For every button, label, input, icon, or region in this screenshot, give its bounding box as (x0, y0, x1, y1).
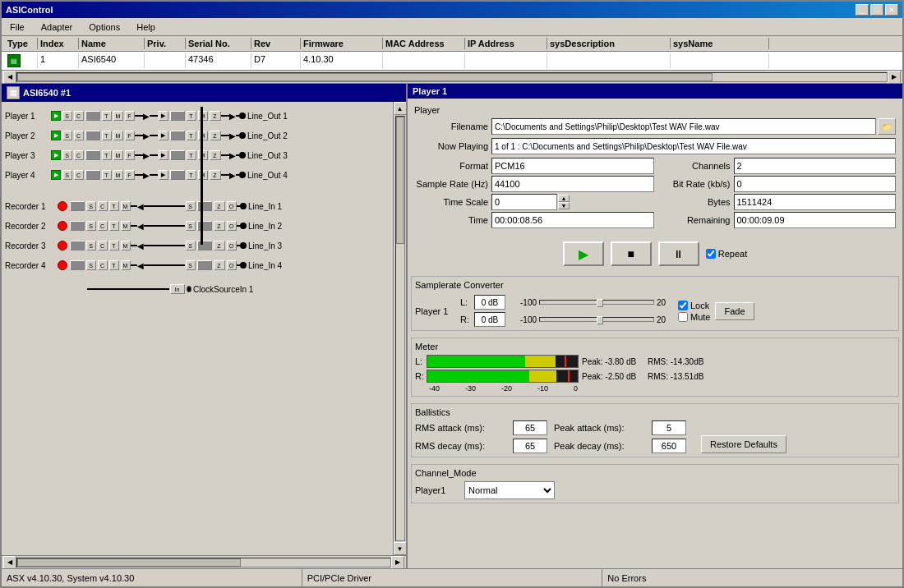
p3-b[interactable]: C (74, 150, 84, 160)
left-vscroll-down[interactable]: ▼ (394, 542, 407, 555)
rec3-h[interactable]: Z (214, 241, 225, 250)
rec4-b[interactable]: S (86, 260, 96, 270)
p2-i[interactable]: T (187, 131, 196, 140)
player-1-btn-h[interactable] (170, 111, 185, 121)
player-1-btn-e[interactable]: M (113, 111, 123, 121)
rec2-a[interactable] (70, 221, 85, 231)
rec3-f[interactable]: S (186, 241, 196, 250)
left-vscroll-thumb[interactable] (396, 117, 404, 244)
rec1-b[interactable]: S (86, 201, 96, 211)
player-1-btn-b[interactable]: C (74, 111, 84, 121)
rec3-d[interactable]: T (109, 241, 119, 250)
p3-d[interactable]: T (102, 150, 112, 160)
p4-play[interactable]: ▶ (51, 170, 61, 180)
p2-k[interactable]: Z (210, 131, 221, 140)
rec3-c[interactable]: C (98, 241, 108, 250)
rec4-g[interactable] (197, 260, 212, 270)
p2-c[interactable] (85, 131, 100, 140)
play-button[interactable]: ▶ (563, 241, 604, 266)
menu-adapter[interactable]: Adapter (36, 21, 78, 34)
time-scale-up[interactable]: ▲ (558, 195, 570, 202)
browse-button[interactable]: 📁 (878, 118, 896, 135)
rec1-h[interactable]: Z (214, 201, 225, 211)
p4-c[interactable] (85, 170, 100, 180)
p2-a[interactable]: S (62, 131, 72, 140)
rec3-e[interactable]: M (121, 241, 131, 250)
left-vscroll-track[interactable] (395, 116, 405, 541)
p2-h[interactable] (170, 131, 185, 140)
table-hscroll-thumb[interactable] (17, 73, 713, 81)
stop-button[interactable]: ■ (611, 241, 652, 266)
player-1-btn-k[interactable]: Z (210, 111, 221, 121)
rec2-f[interactable]: S (186, 221, 196, 231)
rec1-f[interactable]: S (186, 201, 196, 211)
time-scale-down[interactable]: ▼ (558, 202, 570, 209)
rec3-a[interactable] (70, 241, 85, 250)
rec1-e[interactable]: M (121, 201, 131, 211)
p3-a[interactable]: S (62, 150, 72, 160)
p3-play[interactable]: ▶ (51, 150, 61, 160)
device-row[interactable]: ▤ 1 ASI6540 47346 D7 4.10.30 (2, 52, 902, 70)
p2-g[interactable]: ▶ (159, 131, 168, 140)
player-1-btn-f[interactable]: F (125, 111, 135, 121)
rec4-d[interactable]: T (109, 260, 119, 270)
rec3-b[interactable]: S (86, 241, 96, 250)
p2-b[interactable]: C (74, 131, 84, 140)
table-hscroll-track[interactable] (16, 72, 888, 82)
lock-checkbox[interactable] (678, 301, 688, 310)
p3-h[interactable] (170, 150, 185, 160)
rec2-b[interactable]: S (86, 221, 96, 231)
rec1-a[interactable] (70, 201, 85, 211)
left-hscroll-thumb[interactable] (17, 558, 241, 567)
rec3-g[interactable] (197, 241, 212, 250)
p4-f[interactable]: F (125, 170, 135, 180)
rec2-e[interactable]: M (121, 221, 131, 231)
menu-file[interactable]: File (5, 21, 30, 34)
mute-checkbox[interactable] (678, 312, 688, 322)
rec2-c[interactable]: C (98, 221, 108, 231)
p4-d[interactable]: T (102, 170, 112, 180)
p2-e[interactable]: M (113, 131, 123, 140)
rec4-i[interactable]: O (227, 260, 237, 270)
clock-a[interactable]: In (170, 284, 185, 294)
left-hscroll-track[interactable] (16, 558, 391, 567)
p3-e[interactable]: M (113, 150, 123, 160)
p4-g[interactable]: ▶ (159, 170, 168, 180)
left-vscroll-up[interactable]: ▲ (394, 102, 407, 115)
p3-k[interactable]: Z (210, 150, 221, 160)
rec2-g[interactable] (197, 221, 212, 231)
rec3-i[interactable]: O (227, 241, 237, 250)
pause-button[interactable]: ⏸ (658, 241, 699, 266)
p3-g[interactable]: ▶ (159, 150, 168, 160)
p4-k[interactable]: Z (210, 170, 221, 180)
p3-f[interactable]: F (125, 150, 135, 160)
repeat-checkbox[interactable] (706, 249, 716, 259)
maximize-btn[interactable]: □ (870, 4, 883, 16)
rec1-c[interactable]: C (98, 201, 108, 211)
rec4-f[interactable]: S (186, 260, 196, 270)
menu-help[interactable]: Help (131, 21, 160, 34)
left-hscroll-left[interactable]: ◀ (3, 556, 16, 569)
player-1-play[interactable]: ▶ (51, 111, 61, 121)
table-hscroll-left[interactable]: ◀ (3, 71, 16, 84)
fade-button[interactable]: Fade (715, 302, 754, 320)
player-1-btn-a[interactable]: S (62, 111, 72, 121)
rec4-c[interactable]: C (98, 260, 108, 270)
p2-f[interactable]: F (125, 131, 135, 140)
p4-a[interactable]: S (62, 170, 72, 180)
player-2-play[interactable]: ▶ (51, 131, 61, 140)
src-r-slider[interactable] (539, 317, 654, 322)
rec2-i[interactable]: O (227, 221, 237, 231)
p4-e[interactable]: M (113, 170, 123, 180)
p4-b[interactable]: C (74, 170, 84, 180)
rec1-i[interactable]: O (227, 201, 237, 211)
restore-defaults-button[interactable]: Restore Defaults (701, 435, 786, 453)
rec1-g[interactable] (197, 201, 212, 211)
channel-mode-dropdown[interactable]: Normal Mono L Mono R Stereo Swap (464, 481, 555, 499)
rec4-a[interactable] (70, 260, 85, 270)
rec2-h[interactable]: Z (214, 221, 225, 231)
player-1-btn-i[interactable]: T (187, 111, 196, 121)
rec1-d[interactable]: T (109, 201, 119, 211)
player-1-btn-c[interactable] (85, 111, 100, 121)
p2-d[interactable]: T (102, 131, 112, 140)
